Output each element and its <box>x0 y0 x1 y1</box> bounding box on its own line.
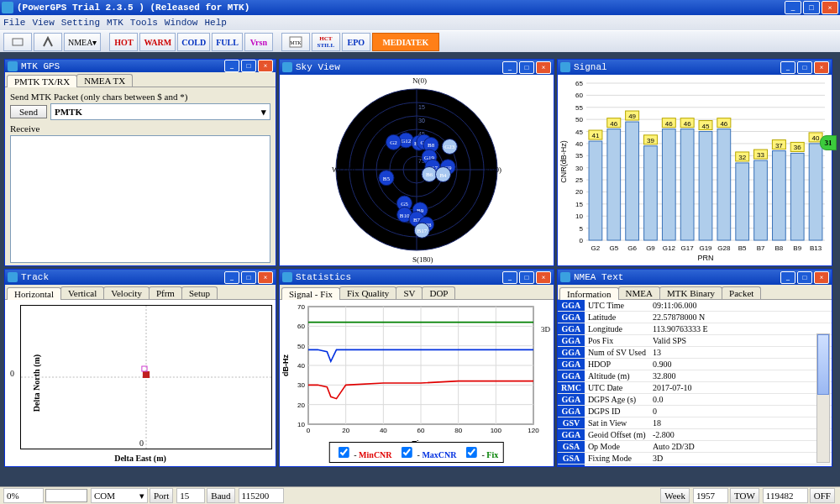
menu-view[interactable]: View <box>32 18 54 28</box>
tool-nmea-button[interactable]: NMEA ▾ <box>64 33 101 51</box>
nmea-value: 18 <box>649 417 832 429</box>
table-row[interactable]: GSASV in UsedG6 G2 G17 G9 G12 G19 G28 G5… <box>558 465 832 467</box>
table-row[interactable]: GGAUTC Time09:11:06.000 <box>558 300 832 312</box>
svg-text:100: 100 <box>491 427 502 434</box>
menu-file[interactable]: File <box>3 18 25 28</box>
svg-text:B13: B13 <box>810 244 822 252</box>
window-icon <box>282 62 292 72</box>
svg-text:20: 20 <box>342 427 349 434</box>
legend-fix-checkbox[interactable] <box>466 447 477 458</box>
track-tabs: Horizontal Vertical Velocity Pfrm Setup <box>5 285 276 300</box>
send-button[interactable]: Send <box>10 105 47 118</box>
scrollbar-thumb[interactable] <box>817 334 829 395</box>
stats-close-button[interactable]: × <box>536 271 551 284</box>
table-row[interactable]: GSAFixing Mode3D <box>558 453 832 465</box>
table-row[interactable]: GGALatitude22.57878000 N <box>558 312 832 323</box>
table-row[interactable]: GSVSat in View18 <box>558 417 832 429</box>
table-row[interactable]: GGAGeoid Offset (m)-2.800 <box>558 429 832 441</box>
tab-packet[interactable]: Packet <box>722 286 761 299</box>
tab-vertical[interactable]: Vertical <box>60 286 104 299</box>
sky-close-button[interactable]: × <box>536 61 551 74</box>
pmtk-combo[interactable]: PMTK ▾ <box>50 103 270 120</box>
mtk-close-button[interactable]: × <box>258 60 273 72</box>
tool-connect-button[interactable] <box>3 33 32 51</box>
table-row[interactable]: GSAOp ModeAuto 2D/3D <box>558 441 832 453</box>
mtk-minimize-button[interactable]: _ <box>224 60 239 72</box>
tab-horizontal[interactable]: Horizontal <box>7 287 61 300</box>
menu-help[interactable]: Help <box>204 18 226 28</box>
table-row[interactable]: GGADGPS Age (s)0.0 <box>558 394 832 406</box>
track-maximize-button[interactable]: □ <box>241 271 256 284</box>
menu-tools[interactable]: Tools <box>130 18 158 28</box>
tab-velocity[interactable]: Velocity <box>103 286 150 299</box>
table-row[interactable]: GGAPos FixValid SPS <box>558 335 832 347</box>
minimize-button[interactable]: _ <box>785 1 801 14</box>
track-plot <box>20 305 272 449</box>
track-titlebar[interactable]: Track _ □ × <box>5 270 276 285</box>
svg-text:B4: B4 <box>439 172 447 179</box>
tab-signal-fix[interactable]: Signal - Fix <box>281 287 340 300</box>
table-row[interactable]: GGANum of SV Used13 <box>558 347 832 359</box>
signal-close-button[interactable]: × <box>814 61 829 74</box>
nmea-titlebar[interactable]: NMEA Text _ □ × <box>558 270 832 285</box>
tool-warm-button[interactable]: WARM <box>139 33 176 51</box>
tab-dop[interactable]: DOP <box>422 286 455 299</box>
table-row[interactable]: GGALongitude113.90763333 E <box>558 323 832 335</box>
tool-cold-button[interactable]: COLD <box>177 33 210 51</box>
track-close-button[interactable]: × <box>258 271 273 284</box>
table-row[interactable]: GGAAltitude (m)32.800 <box>558 370 832 382</box>
nmea-close-button[interactable]: × <box>814 271 829 284</box>
tab-nmea-tx[interactable]: NMEA TX <box>76 74 133 87</box>
stats-minimize-button[interactable]: _ <box>502 271 517 284</box>
tab-pmtk-txrx[interactable]: PMTK TX/RX <box>7 75 77 87</box>
mtk-titlebar[interactable]: MTK GPS _ □ × <box>5 60 276 72</box>
tool-pmtk-button[interactable]: MTK <box>281 33 310 51</box>
tool-epo-button[interactable]: EPO <box>342 33 370 51</box>
table-row[interactable]: GGADGPS ID0 <box>558 406 832 417</box>
track-minimize-button[interactable]: _ <box>224 271 239 284</box>
status-com-combo[interactable]: COM▾ <box>91 488 148 503</box>
tab-information[interactable]: Information <box>559 287 619 300</box>
legend-min-checkbox[interactable] <box>339 447 349 458</box>
nmea-tag: RMC <box>558 382 585 394</box>
mtk-maximize-button[interactable]: □ <box>241 60 256 72</box>
tool-hot-button[interactable]: HOT <box>109 33 138 51</box>
legend-max-checkbox[interactable] <box>402 447 412 458</box>
table-row[interactable]: RMCUTC Date2017-07-10 <box>558 382 832 394</box>
status-port-value[interactable]: 15 <box>176 488 205 503</box>
signal-titlebar[interactable]: Signal _ □ × <box>558 60 832 75</box>
status-baud-value[interactable]: 115200 <box>239 488 284 503</box>
menu-mtk[interactable]: MTK <box>107 18 123 28</box>
tab-nmea[interactable]: NMEA <box>618 286 660 299</box>
nmea-maximize-button[interactable]: □ <box>797 271 812 284</box>
sky-minimize-button[interactable]: _ <box>502 61 517 74</box>
table-row[interactable]: GGAHDOP0.900 <box>558 359 832 370</box>
menu-window[interactable]: Window <box>165 18 198 28</box>
tab-mtk-binary[interactable]: MTK Binary <box>659 286 722 299</box>
tool-hct-still-button[interactable]: HCTSTILL <box>312 33 340 51</box>
tab-setup[interactable]: Setup <box>181 286 218 299</box>
maximize-button[interactable]: □ <box>803 1 820 14</box>
tab-sv[interactable]: SV <box>396 286 423 299</box>
signal-maximize-button[interactable]: □ <box>797 61 812 74</box>
tool-antenna-button[interactable] <box>34 33 62 51</box>
svg-text:B6: B6 <box>426 171 433 178</box>
nmea-scrollbar[interactable] <box>816 333 830 463</box>
menu-setting[interactable]: Setting <box>61 18 100 28</box>
nmea-minimize-button[interactable]: _ <box>780 271 795 284</box>
tool-vrsn-button[interactable]: Vrsn <box>244 33 273 51</box>
sky-titlebar[interactable]: Sky View _ □ × <box>280 60 554 75</box>
nmea-value: 09:11:06.000 <box>649 300 832 312</box>
compass-south: S(180) <box>412 255 433 264</box>
brand-logo-button[interactable]: MEDIATEK <box>372 33 439 51</box>
tool-full-button[interactable]: FULL <box>212 33 243 51</box>
tab-fix-quality[interactable]: Fix Quality <box>339 286 396 299</box>
stats-maximize-button[interactable]: □ <box>519 271 534 284</box>
signal-minimize-button[interactable]: _ <box>780 61 795 74</box>
receive-textbox[interactable] <box>10 135 270 263</box>
menu-bar[interactable]: File View Setting MTK Tools Window Help <box>0 15 840 30</box>
tab-pfrm[interactable]: Pfrm <box>149 286 182 299</box>
close-button[interactable]: × <box>822 1 838 14</box>
stats-titlebar[interactable]: Statistics _ □ × <box>280 270 554 285</box>
sky-maximize-button[interactable]: □ <box>519 61 534 74</box>
